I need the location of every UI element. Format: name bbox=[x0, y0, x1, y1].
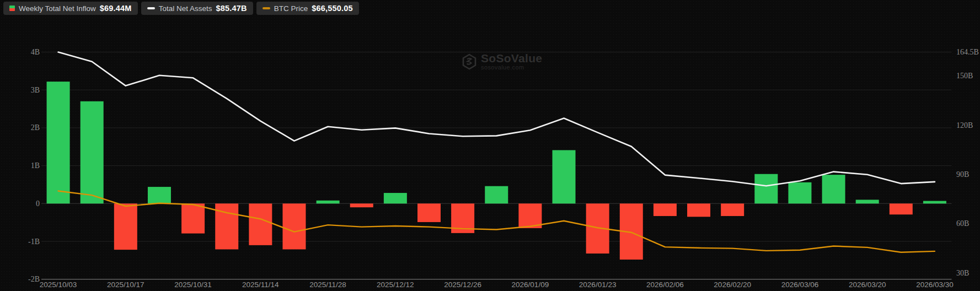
left-axis-tick-label: 1B bbox=[31, 161, 40, 170]
inflow-bar[interactable] bbox=[721, 203, 744, 216]
inflow-bar[interactable] bbox=[822, 175, 845, 203]
white-dash-icon bbox=[147, 7, 155, 9]
inflow-bar[interactable] bbox=[384, 193, 407, 203]
right-axis-tick-label: 164.5B bbox=[956, 48, 979, 56]
left-axis-tick-label: -1B bbox=[28, 238, 40, 246]
right-axis-tick-label: 60B bbox=[956, 219, 969, 228]
x-axis-date-label: 2025/11/28 bbox=[309, 281, 346, 289]
x-axis-date-label: 2025/12/26 bbox=[444, 281, 481, 289]
left-axis-tick-label: 4B bbox=[31, 48, 40, 56]
inflow-bar[interactable] bbox=[181, 203, 205, 233]
legend-chip-btc-price[interactable]: BTC Price $66,550.05 bbox=[256, 2, 359, 15]
legend-value-weekly-net-inflow: $69.44M bbox=[100, 4, 132, 13]
right-axis-tick-label: 120B bbox=[956, 121, 973, 130]
left-axis-tick-label: -2B bbox=[28, 275, 40, 283]
x-axis-date-label: 2026/03/06 bbox=[781, 281, 819, 289]
inflow-bar[interactable] bbox=[654, 203, 677, 216]
inflow-bar[interactable] bbox=[282, 203, 306, 249]
x-axis-date-label: 2026/03/30 bbox=[916, 281, 954, 289]
legend-label-weekly-net-inflow: Weekly Total Net Inflow bbox=[19, 4, 96, 13]
legend-chip-weekly-net-inflow[interactable]: Weekly Total Net Inflow $69.44M bbox=[3, 2, 138, 15]
x-axis-date-label: 2026/02/06 bbox=[646, 281, 684, 289]
legend-value-btc-price: $66,550.05 bbox=[312, 4, 353, 13]
etf-weekly-flow-chart: Weekly Total Net Inflow $69.44M Total Ne… bbox=[0, 0, 980, 291]
x-axis-date-label: 2026/02/20 bbox=[714, 281, 751, 289]
legend-bar: Weekly Total Net Inflow $69.44M Total Ne… bbox=[3, 2, 359, 15]
right-axis-labels: 164.5B150B120B90B60B30B bbox=[956, 48, 979, 277]
inflow-bar[interactable] bbox=[47, 82, 70, 203]
left-axis-tick-label: 2B bbox=[31, 123, 40, 132]
orange-dash-icon bbox=[263, 7, 270, 9]
inflow-bar[interactable] bbox=[553, 150, 576, 203]
inflow-bar[interactable] bbox=[114, 203, 137, 250]
inflow-bar[interactable] bbox=[249, 203, 272, 245]
legend-chip-total-net-assets[interactable]: Total Net Assets $85.47B bbox=[141, 2, 253, 15]
inflow-bar[interactable] bbox=[788, 182, 811, 203]
inflow-bar[interactable] bbox=[485, 186, 508, 204]
x-axis-date-labels: 2025/10/032025/10/172025/10/312025/11/14… bbox=[40, 281, 954, 289]
x-axis-date-label: 2025/12/12 bbox=[377, 281, 414, 289]
x-axis-date-label: 2025/10/03 bbox=[40, 281, 77, 289]
inflow-split-square-icon bbox=[9, 6, 15, 11]
right-axis-tick-label: 90B bbox=[956, 170, 969, 179]
right-axis-tick-label: 150B bbox=[956, 72, 973, 80]
x-axis-date-label: 2026/01/09 bbox=[512, 281, 549, 289]
x-axis-date-label: 2025/10/31 bbox=[174, 281, 212, 289]
x-axis-date-label: 2025/11/14 bbox=[242, 281, 279, 289]
right-axis-tick-label: 30B bbox=[956, 269, 969, 277]
inflow-bar[interactable] bbox=[417, 203, 441, 222]
inflow-bar[interactable] bbox=[81, 101, 104, 203]
legend-label-total-net-assets: Total Net Assets bbox=[159, 4, 212, 13]
inflow-bar[interactable] bbox=[856, 200, 879, 203]
inflow-bar[interactable] bbox=[350, 203, 373, 207]
legend-value-total-net-assets: $85.47B bbox=[216, 4, 247, 13]
inflow-bar[interactable] bbox=[754, 174, 778, 204]
x-axis-date-label: 2026/01/23 bbox=[579, 281, 617, 289]
x-axis-date-label: 2025/10/17 bbox=[107, 281, 144, 289]
left-axis-tick-label: 0 bbox=[36, 200, 40, 208]
weekly-net-inflow-bars bbox=[47, 82, 946, 260]
x-axis-date-label: 2026/03/20 bbox=[849, 281, 886, 289]
inflow-bar[interactable] bbox=[923, 201, 946, 204]
inflow-bar[interactable] bbox=[890, 203, 913, 214]
inflow-bar[interactable] bbox=[687, 203, 710, 217]
inflow-bar[interactable] bbox=[148, 187, 171, 203]
left-axis-tick-label: 3B bbox=[31, 86, 40, 94]
chart-canvas[interactable]: 4B3B2B1B0-1B-2B164.5B150B120B90B60B30B20… bbox=[0, 0, 980, 291]
inflow-bar[interactable] bbox=[317, 201, 340, 203]
legend-label-btc-price: BTC Price bbox=[274, 4, 308, 13]
